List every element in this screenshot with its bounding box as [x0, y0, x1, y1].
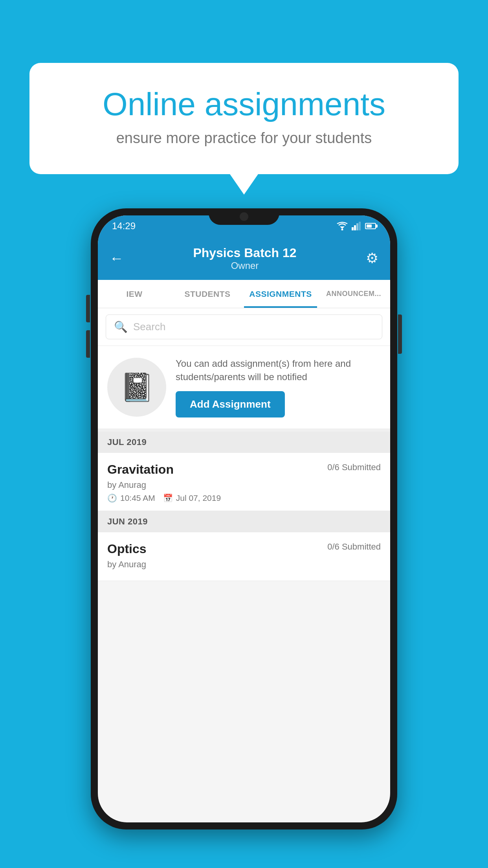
header-title: Physics Batch 12	[193, 246, 296, 260]
svg-rect-5	[359, 222, 361, 230]
tab-announcements[interactable]: ANNOUNCEM...	[317, 280, 390, 308]
bubble-subtitle: ensure more practice for your students	[57, 130, 431, 147]
assignment-status-optics: 0/6 Submitted	[327, 542, 381, 552]
assignment-item-optics[interactable]: Optics 0/6 Submitted by Anurag	[98, 532, 390, 581]
month-header-jun: JUN 2019	[98, 511, 390, 532]
tab-students[interactable]: STUDENTS	[171, 280, 244, 308]
svg-rect-4	[356, 223, 358, 230]
assignment-meta: 🕐 10:45 AM 📅 Jul 07, 2019	[107, 493, 381, 503]
content-area: 🔍 Search 📓 You can add assignment(s) fro…	[98, 308, 390, 581]
search-placeholder: Search	[133, 321, 165, 333]
bubble-title: Online assignments	[57, 86, 431, 122]
status-icons	[337, 222, 376, 230]
speech-bubble-card: Online assignments ensure more practice …	[29, 63, 459, 174]
volume-up-button[interactable]	[86, 295, 90, 322]
wifi-icon	[337, 222, 348, 230]
phone-screen: 14:29	[98, 215, 390, 822]
search-bar-container: 🔍 Search	[98, 308, 390, 346]
assignment-icon-circle: 📓	[107, 358, 166, 417]
header-title-block: Physics Batch 12 Owner	[193, 246, 296, 271]
assignment-item-gravitation[interactable]: Gravitation 0/6 Submitted by Anurag 🕐 10…	[98, 453, 390, 511]
assignment-by: by Anurag	[107, 480, 381, 490]
meta-date: 📅 Jul 07, 2019	[163, 493, 221, 503]
search-bar[interactable]: 🔍 Search	[106, 314, 382, 339]
assignment-top-row: Gravitation 0/6 Submitted	[107, 462, 381, 477]
assignment-time: 10:45 AM	[120, 493, 155, 503]
phone-camera	[240, 212, 248, 221]
assignment-name: Gravitation	[107, 462, 174, 477]
header-subtitle: Owner	[193, 260, 296, 271]
back-button[interactable]: ←	[110, 250, 124, 267]
tab-iew[interactable]: IEW	[98, 280, 171, 308]
assignment-date: Jul 07, 2019	[176, 493, 221, 503]
signal-icon	[352, 222, 361, 230]
meta-time: 🕐 10:45 AM	[107, 493, 155, 503]
assignment-name-optics: Optics	[107, 542, 147, 556]
svg-rect-3	[354, 225, 356, 230]
add-assignment-promo: 📓 You can add assignment(s) from here an…	[98, 346, 390, 432]
phone-frame: 14:29	[91, 208, 397, 829]
search-icon: 🔍	[114, 320, 128, 333]
promo-text: You can add assignment(s) from here and …	[176, 357, 381, 383]
phone-notch	[209, 208, 279, 225]
assignment-top-row-2: Optics 0/6 Submitted	[107, 542, 381, 556]
volume-down-button[interactable]	[86, 330, 90, 358]
month-header-jul: JUL 2019	[98, 432, 390, 453]
clock-icon: 🕐	[107, 493, 117, 503]
settings-icon[interactable]: ⚙	[366, 250, 378, 267]
tab-assignments[interactable]: ASSIGNMENTS	[244, 280, 317, 308]
tabs-bar: IEW STUDENTS ASSIGNMENTS ANNOUNCEM...	[98, 280, 390, 308]
assignment-status: 0/6 Submitted	[327, 462, 381, 473]
svg-point-1	[341, 229, 343, 231]
status-time: 14:29	[112, 221, 136, 232]
svg-marker-0	[340, 226, 345, 229]
app-header: ← Physics Batch 12 Owner ⚙	[98, 237, 390, 280]
phone-mockup: 14:29	[91, 208, 397, 829]
notebook-icon: 📓	[120, 371, 154, 403]
promo-right: You can add assignment(s) from here and …	[176, 357, 381, 417]
battery-icon	[365, 223, 376, 229]
assignment-by-optics: by Anurag	[107, 559, 381, 570]
power-button[interactable]	[398, 314, 402, 354]
calendar-icon: 📅	[163, 493, 173, 503]
svg-rect-2	[352, 227, 354, 230]
add-assignment-button[interactable]: Add Assignment	[176, 391, 285, 417]
